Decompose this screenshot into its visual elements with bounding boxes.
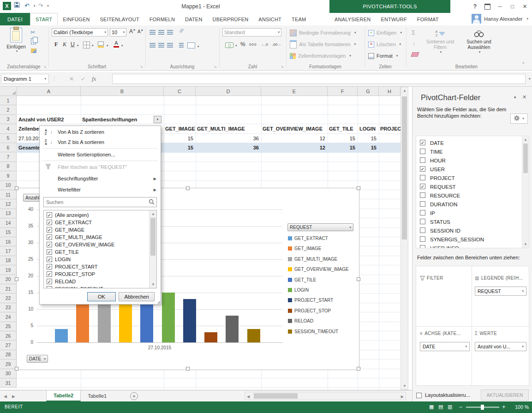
ok-button[interactable]: OK (87, 292, 116, 301)
bold-button[interactable]: F (54, 41, 58, 48)
pane-field-checkbox[interactable] (420, 201, 425, 207)
vertical-scroll-thumb[interactable] (402, 96, 407, 239)
fill-color-dropdown-icon[interactable]: ▾ (107, 44, 108, 48)
pane-field-session-id[interactable]: SESSION ID (416, 226, 521, 235)
row-header-11[interactable]: 11 (0, 190, 17, 199)
cells-format-button[interactable]: Format▾ (368, 51, 398, 60)
pane-field-user-info[interactable]: USER INFO (416, 244, 521, 248)
merge-center-icon[interactable] (187, 42, 195, 48)
borders-dropdown-icon[interactable]: ▾ (92, 44, 94, 48)
filter-item-checkbox[interactable]: ✓ (47, 264, 52, 269)
field-list[interactable]: ✓DATETIMEHOUR✓USERPROJECT✓REQUESTRESOURC… (416, 136, 529, 248)
qat-customize-icon[interactable]: ▾ (47, 4, 49, 8)
scroll-right-icon[interactable]: ▶ (401, 395, 404, 399)
row-header-20[interactable]: 20 (0, 275, 17, 284)
schriftart-dialog-launcher-icon[interactable]: ↘ (140, 65, 143, 69)
percent-style-icon[interactable]: % (240, 41, 245, 48)
pane-field-checkbox[interactable]: ✓ (420, 140, 425, 145)
pane-field-checkbox[interactable] (420, 227, 425, 233)
add-sheet-button[interactable]: + (130, 392, 138, 400)
sort-filter-button[interactable]: AZ Sortieren und Filtern ▾ (424, 28, 457, 54)
row-header-6[interactable]: 6 (0, 143, 17, 152)
fill-icon[interactable]: ↓ (412, 40, 415, 47)
conditional-formatting-button[interactable]: Bedingte Formatierung▾ (290, 28, 356, 37)
pane-field-checkbox[interactable] (420, 175, 425, 180)
pane-field-checkbox[interactable] (420, 245, 425, 248)
underline-button[interactable]: U (71, 41, 75, 48)
redo-icon[interactable]: ↷ (38, 2, 43, 10)
undo-dropdown-icon[interactable]: ▾ (34, 4, 36, 8)
filter-item-checkbox[interactable]: ✓ (47, 286, 52, 288)
filter-search-input[interactable] (43, 197, 157, 207)
row-header-27[interactable]: 27 (0, 341, 17, 350)
insert-function-icon[interactable]: fx (92, 75, 96, 83)
tab-team[interactable]: TEAM (287, 13, 311, 25)
field-list-scrollbar[interactable]: ▲ ▼ (522, 136, 529, 248)
font-color-icon[interactable]: A (114, 41, 119, 48)
collapse-ribbon-icon[interactable]: ^ (522, 61, 524, 66)
close-icon[interactable]: ✕ (519, 1, 531, 12)
row-header-10[interactable]: 10 (0, 181, 17, 190)
pane-field-user[interactable]: ✓USER (416, 165, 521, 174)
zoom-in-icon[interactable]: + (502, 403, 506, 410)
zoom-level[interactable]: 100 % (509, 404, 529, 410)
filter-item-checkbox[interactable]: ✓ (47, 220, 52, 225)
pane-field-status[interactable]: STATUS (416, 217, 521, 226)
scroll-up-icon[interactable]: ▲ (403, 89, 406, 93)
accounting-dropdown-icon[interactable]: ▾ (235, 44, 237, 48)
filter-item-get_extract[interactable]: ✓GET_EXTRACT (44, 219, 149, 227)
underline-dropdown-icon[interactable]: ▾ (77, 44, 79, 48)
align-middle-icon[interactable] (158, 30, 164, 35)
row-header-23[interactable]: 23 (0, 303, 17, 312)
pane-options-icon[interactable]: ▾ (514, 95, 516, 100)
defer-layout-checkbox[interactable] (416, 393, 422, 398)
normal-view-icon[interactable]: ▦ (429, 404, 434, 410)
pane-field-date[interactable]: ✓DATE (416, 138, 521, 147)
align-top-icon[interactable] (149, 30, 155, 35)
row-header-22[interactable]: 22 (0, 293, 17, 303)
menu-item-value-filters[interactable]: Wertefilter▶ (40, 185, 160, 195)
filter-item-project_stop[interactable]: ✓PROJECT_STOP (44, 271, 149, 278)
page-break-view-icon[interactable]: ▥ (448, 404, 452, 410)
pane-field-checkbox[interactable] (420, 210, 425, 215)
filter-item-checkbox[interactable]: ✓ (47, 249, 52, 255)
tab-formeln[interactable]: FORMELN (144, 13, 180, 25)
name-box[interactable]: Diagramm 1▾ (1, 74, 49, 84)
row-header-4[interactable]: 4 (0, 124, 17, 133)
ausrichtung-dialog-launcher-icon[interactable]: ↘ (214, 65, 217, 69)
paste-button[interactable]: Einfügen ▾ (5, 28, 28, 53)
column-filter-button[interactable]: ▾ (154, 116, 161, 123)
bar-SESSION_TIMEOUT[interactable] (247, 329, 260, 342)
cancel-button[interactable]: Abbrechen (119, 292, 155, 301)
pane-field-checkbox[interactable] (420, 236, 425, 242)
pane-field-checkbox[interactable]: ✓ (420, 166, 425, 172)
scroll-down-icon[interactable]: ▼ (151, 282, 155, 287)
filter-item-get_tile[interactable]: ✓GET_TILE (44, 249, 149, 256)
cells-delete-button[interactable]: ✕ Löschen▾ (368, 40, 401, 49)
page-layout-view-icon[interactable]: ▤ (438, 404, 443, 410)
clear-icon[interactable] (411, 52, 419, 57)
tab-start[interactable]: START (30, 13, 58, 26)
row-header-30[interactable]: 30 (0, 369, 17, 378)
chart-selection-handle[interactable] (15, 186, 18, 190)
bar-PROJECT_STOP[interactable] (204, 332, 217, 342)
account-area[interactable]: Hansy Alexander ▾ (472, 14, 528, 24)
chart-selection-handle[interactable] (357, 277, 360, 281)
row-header-13[interactable]: 13 (0, 209, 17, 218)
sheet-tab-tabelle1[interactable]: Tabelle1 (81, 390, 114, 401)
bar-RELOAD[interactable] (226, 316, 239, 342)
copy-icon[interactable] (31, 38, 36, 45)
pane-field-synergis_session[interactable]: SYNERGIS_SESSION (416, 235, 521, 244)
column-header-G[interactable]: G (358, 87, 379, 96)
align-center-icon[interactable] (158, 43, 164, 48)
row-header-29[interactable]: 29 (0, 359, 17, 369)
column-header-A[interactable]: A (17, 87, 81, 96)
align-left-icon[interactable] (149, 43, 155, 48)
column-header-C[interactable]: C (164, 87, 196, 96)
zoom-out-icon[interactable]: − (459, 404, 462, 410)
bar-GET_OVERVIEW_IMAGE[interactable] (119, 303, 132, 342)
filter-item-checkbox[interactable]: ✓ (47, 242, 52, 247)
pane-field-checkbox[interactable] (420, 149, 425, 154)
pane-tools-button[interactable]: ▾ (510, 114, 528, 124)
field-list-scroll-thumb[interactable] (523, 144, 528, 173)
